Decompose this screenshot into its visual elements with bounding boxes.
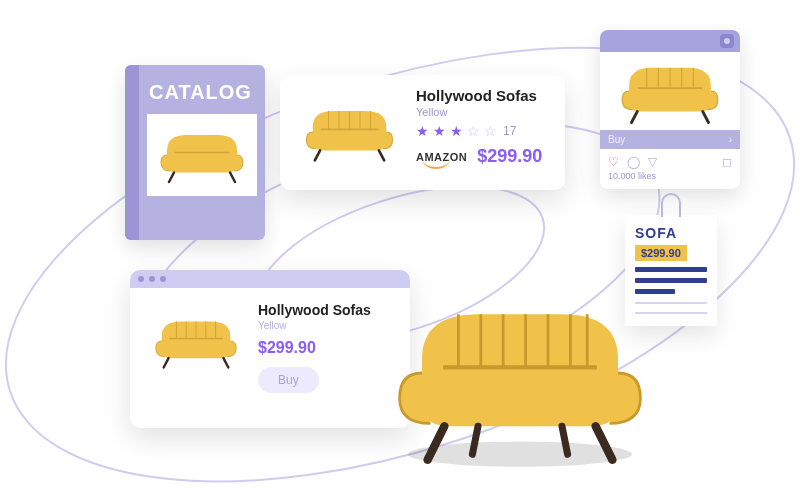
chevron-right-icon: › bbox=[729, 134, 732, 145]
listing-rating: ★ ★ ★ ☆ ☆ 17 bbox=[416, 124, 551, 138]
social-actions: ♡ ◯ ▽ ◻ bbox=[600, 149, 740, 171]
star-icon: ★ bbox=[433, 124, 446, 138]
browser-product-variant: Yellow bbox=[258, 320, 394, 331]
tag-head: SOFA bbox=[635, 225, 707, 241]
social-header bbox=[600, 30, 740, 52]
listing-review-count: 17 bbox=[503, 124, 516, 138]
social-buy-button[interactable]: Buy › bbox=[600, 130, 740, 149]
window-dot-icon bbox=[138, 276, 144, 282]
star-icon: ☆ bbox=[467, 124, 480, 138]
listing-variant: Yellow bbox=[416, 106, 551, 118]
social-photo bbox=[600, 52, 740, 130]
catalog-thumb bbox=[147, 114, 257, 196]
sofa-icon bbox=[297, 96, 402, 168]
browser-thumb bbox=[146, 302, 246, 380]
comment-icon[interactable]: ◯ bbox=[627, 155, 640, 169]
browser-product-price: $299.90 bbox=[258, 339, 394, 357]
heart-icon[interactable]: ♡ bbox=[608, 155, 619, 169]
star-icon: ★ bbox=[416, 124, 429, 138]
social-buy-label: Buy bbox=[608, 134, 625, 145]
listing-price: $299.90 bbox=[477, 146, 542, 167]
tag-price: $299.90 bbox=[635, 245, 687, 261]
window-dot-icon bbox=[149, 276, 155, 282]
svg-point-3 bbox=[408, 442, 632, 467]
listing-name: Hollywood Sofas bbox=[416, 87, 551, 104]
tag-line bbox=[635, 278, 707, 283]
catalog-title: CATALOG bbox=[125, 65, 265, 114]
catalog-card[interactable]: CATALOG bbox=[125, 65, 265, 240]
browser-buy-button[interactable]: Buy bbox=[258, 367, 319, 393]
sofa-icon bbox=[611, 56, 729, 126]
browser-product-name: Hollywood Sofas bbox=[258, 302, 394, 318]
bookmark-icon[interactable]: ◻ bbox=[722, 155, 732, 169]
tag-line bbox=[635, 267, 707, 272]
share-icon[interactable]: ▽ bbox=[648, 155, 657, 169]
social-likes: 10.000 likes bbox=[600, 171, 740, 189]
hero-sofa bbox=[380, 285, 660, 475]
catalog-spine bbox=[125, 65, 139, 240]
sofa-icon bbox=[152, 124, 252, 186]
camera-icon bbox=[720, 34, 734, 48]
sofa-icon bbox=[147, 308, 245, 374]
listing-merchant: AMAZON bbox=[416, 151, 467, 163]
social-card[interactable]: Buy › ♡ ◯ ▽ ◻ 10.000 likes bbox=[600, 30, 740, 189]
star-icon: ★ bbox=[450, 124, 463, 138]
window-dot-icon bbox=[160, 276, 166, 282]
browser-titlebar bbox=[130, 270, 410, 288]
star-icon: ☆ bbox=[484, 124, 497, 138]
listing-card[interactable]: Hollywood Sofas Yellow ★ ★ ★ ☆ ☆ 17 AMAZ… bbox=[280, 75, 565, 190]
browser-card[interactable]: Hollywood Sofas Yellow $299.90 Buy bbox=[130, 270, 410, 428]
listing-thumb bbox=[294, 87, 404, 177]
sofa-icon bbox=[380, 285, 660, 475]
